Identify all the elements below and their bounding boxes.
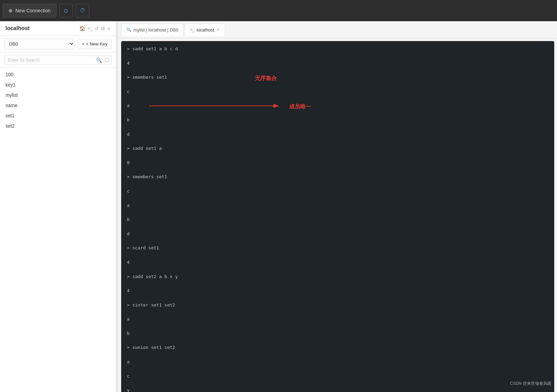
terminal-line: b (127, 117, 548, 124)
terminal-output[interactable]: > sadd set1 a b c d4> smembers set1cabd>… (121, 41, 554, 392)
collapse-icon[interactable]: ∧ (107, 26, 111, 31)
tab-mylist-tab[interactable]: 🔍mylist | localhost | DB0 (121, 24, 183, 36)
footer-watermark: CSDN @来世做春风暖 (510, 381, 552, 387)
key-item[interactable]: name (0, 100, 116, 110)
terminal-line: d (127, 231, 548, 238)
terminal-line: > smembers set1 (127, 173, 548, 181)
terminal-line: b (127, 216, 548, 223)
watermark-text: CSDN @来世做春风暖 (510, 381, 552, 386)
clock-icon: ⏱ (80, 8, 85, 14)
annotation-unique-member: 成员唯一 (289, 102, 311, 111)
terminal-line: 0 (127, 159, 548, 167)
terminal-line: > sinter set1 set2 (127, 302, 548, 309)
terminal-container: > sadd set1 a b c d4> smembers set1cabd>… (121, 41, 554, 392)
terminal-icon[interactable]: >_ (87, 26, 93, 31)
search-wrapper: 🔍 ☐ (4, 55, 112, 65)
refresh-icon[interactable]: ↺ (95, 26, 99, 31)
terminal-line: > sadd set2 a b x y (127, 273, 548, 280)
terminal-line: c (127, 88, 548, 95)
terminal-line: a (127, 102, 548, 109)
terminal-line: b (127, 330, 548, 337)
tab-close-icon[interactable]: × (216, 27, 220, 33)
new-key-plus-icon: + (82, 41, 85, 47)
terminal-line: d (127, 131, 548, 138)
sidebar: localhost 🏠 >_ ↺ ⊞ ∧ DB0 DB1 DB2 + + New… (0, 21, 116, 392)
db-select[interactable]: DB0 DB1 DB2 (4, 39, 75, 49)
terminal-line: a (127, 358, 548, 366)
server-header: localhost 🏠 >_ ↺ ⊞ ∧ (0, 21, 116, 36)
key-item[interactable]: set2 (0, 121, 116, 131)
tab-label: mylist | localhost | DB0 (133, 27, 178, 32)
tabs-bar: 🔍mylist | localhost | DB0>_localhost× (118, 21, 557, 38)
server-name: localhost (5, 25, 29, 31)
tab-label: localhost (197, 27, 214, 32)
key-item[interactable]: key1 (0, 80, 116, 90)
search-icons: 🔍 ☐ (95, 57, 110, 64)
terminal-line: 4 (127, 287, 548, 295)
new-connection-label: New Connection (15, 8, 51, 13)
terminal-line: 4 (127, 60, 548, 67)
key-item[interactable]: 100 (0, 69, 116, 80)
search-filter-icon[interactable]: ☐ (104, 57, 110, 64)
main-content: localhost 🏠 >_ ↺ ⊞ ∧ DB0 DB1 DB2 + + New… (0, 21, 557, 392)
annotation-unordered-set: 无序集合 (255, 74, 277, 83)
terminal-line: > sadd set1 a (127, 145, 548, 152)
plus-icon: ⊕ (9, 8, 13, 13)
key-item[interactable]: set1 (0, 110, 116, 121)
connection-icon: ⊙ (64, 8, 68, 14)
toolbar: ⊕ New Connection ⊙ ⏱ (0, 0, 557, 21)
search-magnifier-icon[interactable]: 🔍 (95, 57, 103, 64)
right-panel: 🔍mylist | localhost | DB0>_localhost× > … (118, 21, 557, 392)
terminal-line: c (127, 373, 548, 380)
terminal-wrapper: > sadd set1 a b c d4> smembers set1cabd>… (118, 38, 557, 392)
db-selector-row: DB0 DB1 DB2 + + New Key (0, 36, 116, 52)
search-tab-icon: 🔍 (126, 27, 131, 32)
new-connection-button[interactable]: ⊕ New Connection (3, 4, 56, 17)
key-list: 100key1mylistnameset1set2 (0, 68, 116, 392)
terminal-line: a (127, 202, 548, 209)
server-icons: 🏠 >_ ↺ ⊞ ∧ (79, 26, 111, 31)
terminal-line: c (127, 188, 548, 195)
terminal-line: > sunion set1 set2 (127, 344, 548, 351)
connection-icon-button[interactable]: ⊙ (59, 4, 73, 17)
grid-icon[interactable]: ⊞ (101, 26, 105, 31)
home-icon[interactable]: 🏠 (79, 26, 85, 31)
terminal-line: 4 (127, 259, 548, 266)
new-key-button[interactable]: + + New Key (77, 39, 112, 49)
new-key-label: + New Key (86, 41, 107, 47)
search-row: 🔍 ☐ (0, 52, 116, 68)
tab-terminal-tab[interactable]: >_localhost× (185, 24, 225, 36)
terminal-line: y (127, 387, 548, 392)
terminal-line: a (127, 316, 548, 323)
terminal-line: > scard set1 (127, 245, 548, 252)
terminal-tab-icon: >_ (190, 27, 195, 32)
terminal-line: > sadd set1 a b c d (127, 45, 548, 53)
history-icon-button[interactable]: ⏱ (76, 4, 89, 17)
key-item[interactable]: mylist (0, 90, 116, 100)
terminal-line: > smembers set1 (127, 74, 548, 81)
